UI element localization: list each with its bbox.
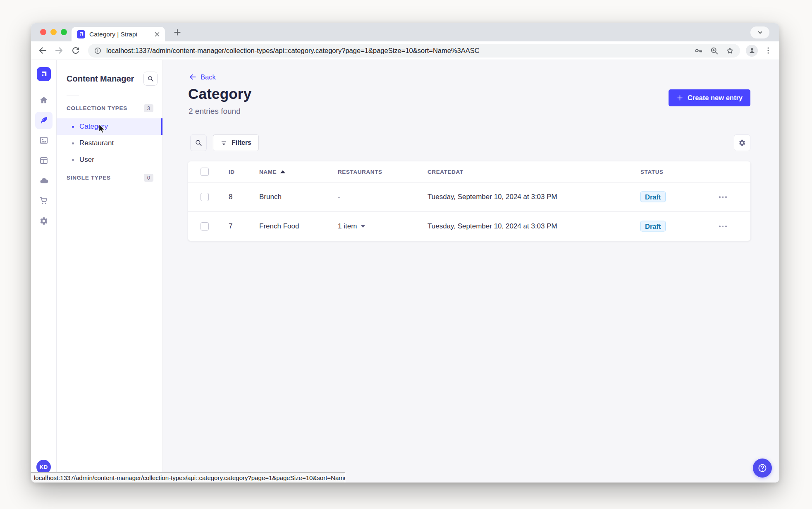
minimize-window-button[interactable]: [50, 29, 57, 35]
browser-forward-button[interactable]: [54, 46, 64, 55]
cloud-icon: [39, 176, 48, 185]
create-new-entry-button[interactable]: Create new entry: [669, 89, 750, 106]
strapi-app: KD Content Manager COLLECTION TYPES 3 Ca…: [31, 60, 779, 483]
bullet-icon: [72, 126, 74, 128]
browser-tab-active[interactable]: Category | Strapi: [72, 27, 165, 41]
strapi-logo[interactable]: [37, 67, 51, 81]
cell-id: 7: [229, 222, 232, 230]
table-settings-button[interactable]: [734, 134, 750, 151]
nav-cloud-button[interactable]: [35, 172, 53, 190]
sort-asc-icon: [280, 170, 285, 173]
cell-restaurants: -: [338, 193, 340, 201]
filter-icon: [220, 139, 227, 146]
cell-status: Draft: [640, 193, 666, 201]
table-row[interactable]: 8 Brunch - Tuesday, September 10, 2024 a…: [188, 182, 750, 211]
plus-icon: [676, 94, 683, 101]
ellipsis-icon: [719, 196, 727, 198]
nav-content-manager-button[interactable]: [35, 112, 53, 129]
cell-restaurants[interactable]: 1 item: [338, 222, 365, 230]
password-manager-icon[interactable]: [694, 46, 703, 55]
divider: [37, 88, 51, 88]
url-text[interactable]: localhost:1337/admin/content-manager/col…: [106, 47, 687, 55]
bookmark-star-icon[interactable]: [726, 46, 734, 55]
close-window-button[interactable]: [40, 29, 46, 35]
cell-createdat: Tuesday, September 10, 2024 at 3:03 PM: [427, 222, 557, 230]
select-all-checkbox[interactable]: [201, 168, 209, 176]
cell-id: 8: [229, 193, 232, 201]
column-header-createdat[interactable]: CREATEDAT: [427, 169, 463, 175]
collection-types-header: COLLECTION TYPES: [67, 105, 127, 111]
tab-title: Category | Strapi: [89, 31, 149, 38]
browser-toolbar: localhost:1337/admin/content-manager/col…: [31, 41, 779, 60]
question-mark-icon: [757, 463, 767, 473]
feather-icon: [39, 116, 48, 125]
main-nav-rail: KD: [31, 60, 57, 483]
new-tab-button[interactable]: [173, 28, 182, 36]
nav-home-button[interactable]: [35, 91, 53, 109]
column-header-status[interactable]: STATUS: [640, 169, 664, 175]
row-checkbox[interactable]: [201, 222, 209, 230]
sidebar-title: Content Manager: [67, 74, 134, 84]
home-icon: [39, 96, 48, 105]
status-badge: Draft: [640, 221, 666, 231]
collection-types-count-badge: 3: [144, 104, 153, 112]
cell-createdat: Tuesday, September 10, 2024 at 3:03 PM: [427, 193, 557, 201]
person-icon: [748, 46, 756, 55]
single-types-header: SINGLE TYPES: [67, 175, 111, 181]
address-bar[interactable]: localhost:1337/admin/content-manager/col…: [88, 44, 740, 58]
browser-back-button[interactable]: [38, 46, 48, 55]
column-header-id[interactable]: ID: [229, 169, 235, 175]
divider: [67, 96, 79, 96]
table-search-button[interactable]: [190, 134, 207, 151]
browser-profile-button[interactable]: [746, 45, 758, 57]
chevron-down-icon: [757, 29, 764, 36]
create-new-entry-label: Create new entry: [688, 94, 743, 102]
single-types-count-badge: 0: [144, 174, 153, 182]
cart-icon: [39, 196, 48, 205]
arrow-left-icon: [189, 73, 197, 81]
window-controls: [40, 29, 67, 35]
cell-status: Draft: [640, 222, 666, 230]
back-link[interactable]: Back: [189, 73, 216, 81]
sidebar-item-category[interactable]: Category: [57, 118, 162, 135]
row-checkbox[interactable]: [201, 193, 209, 201]
row-actions-button[interactable]: [719, 226, 727, 227]
sidebar-item-label: Restaurant: [79, 139, 114, 147]
nav-marketplace-button[interactable]: [35, 192, 53, 209]
zoom-window-button[interactable]: [61, 29, 67, 35]
browser-menu-button[interactable]: [764, 46, 773, 55]
sidebar-item-user[interactable]: User: [57, 151, 162, 168]
layout-icon: [39, 156, 48, 165]
page-title: Category: [188, 86, 251, 102]
strapi-favicon: [77, 30, 85, 38]
nav-settings-button[interactable]: [35, 212, 53, 230]
site-info-icon[interactable]: [94, 47, 102, 55]
row-actions-button[interactable]: [719, 196, 727, 198]
caret-down-icon: [361, 225, 365, 228]
column-header-restaurants[interactable]: RESTAURANTS: [338, 169, 382, 175]
table-row[interactable]: 7 French Food 1 item Tuesday, September …: [188, 211, 750, 240]
sidebar-item-restaurant[interactable]: Restaurant: [57, 135, 162, 151]
tab-search-button[interactable]: [750, 26, 769, 38]
browser-window: Category | Strapi localhost:1337/admin/c…: [31, 23, 779, 483]
sidebar-item-label: User: [79, 156, 94, 164]
search-icon: [195, 139, 202, 146]
cell-name: Brunch: [259, 193, 282, 201]
ellipsis-icon: [719, 226, 727, 227]
content-manager-sidebar: Content Manager COLLECTION TYPES 3 Categ…: [57, 60, 163, 483]
table-header-row: ID NAME RESTAURANTS CREATEDAT STATUS: [188, 161, 750, 182]
zoom-icon[interactable]: [710, 46, 719, 55]
gear-icon: [738, 139, 746, 146]
help-button[interactable]: [753, 459, 772, 478]
nav-content-type-builder-button[interactable]: [35, 152, 53, 169]
nav-media-library-button[interactable]: [35, 132, 53, 149]
status-badge: Draft: [640, 192, 666, 202]
column-header-name[interactable]: NAME: [259, 169, 285, 175]
image-icon: [39, 136, 48, 145]
browser-refresh-button[interactable]: [71, 46, 81, 55]
gear-icon: [39, 216, 48, 226]
tab-close-icon[interactable]: [153, 31, 161, 38]
main-content: Back Category 2 entries found Create new…: [163, 60, 779, 483]
filters-button[interactable]: Filters: [213, 134, 259, 151]
sidebar-search-button[interactable]: [143, 72, 158, 86]
